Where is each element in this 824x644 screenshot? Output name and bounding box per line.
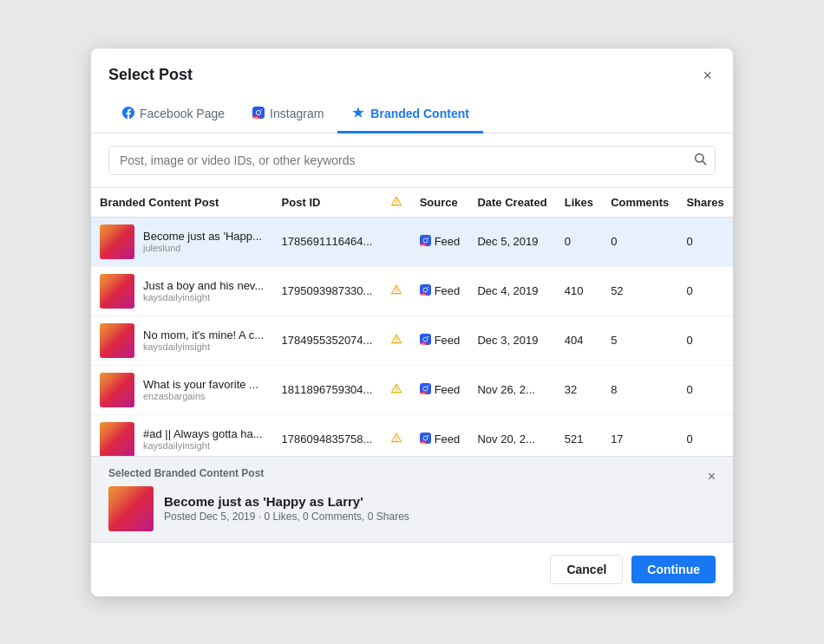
source-icon	[420, 235, 431, 249]
cell-date: Nov 26, 2...	[468, 365, 555, 414]
post-author: enzasbargains	[143, 391, 258, 401]
cell-date: Dec 5, 2019	[468, 217, 555, 266]
cell-comments: 52	[602, 266, 677, 315]
close-selected-button[interactable]: ×	[708, 469, 716, 485]
cell-shares: 0	[677, 365, 733, 414]
cell-source: Feed	[411, 315, 469, 365]
svg-point-16	[428, 385, 428, 386]
branded-icon	[351, 106, 365, 122]
post-info: Become just as 'Happ... juleslund	[143, 230, 262, 253]
source-icon	[420, 433, 431, 446]
cell-likes: 32	[556, 365, 602, 414]
modal-footer: Cancel Continue	[91, 542, 733, 596]
table-row[interactable]: What is your favorite ... enzasbargains …	[91, 365, 733, 414]
col-header-shares: Shares	[677, 188, 733, 218]
post-author: kaysdailyinsight	[143, 440, 263, 451]
modal-overlay: Select Post × Facebook Page Instagram	[0, 0, 824, 644]
post-title: What is your favorite ...	[143, 378, 258, 391]
svg-point-7	[428, 237, 428, 237]
modal-title: Select Post	[108, 66, 193, 84]
col-header-warning	[382, 188, 411, 218]
cancel-button[interactable]: Cancel	[550, 555, 623, 584]
source-label: Feed	[435, 433, 461, 446]
cell-postid: 1795093987330...	[273, 266, 382, 315]
table-row[interactable]: #ad || Always gotta ha... kaysdailyinsig…	[91, 414, 733, 456]
svg-rect-17	[420, 433, 431, 444]
post-author: kaysdailyinsight	[143, 342, 264, 352]
cell-shares: 0	[677, 414, 733, 456]
search-area	[91, 133, 733, 187]
cell-likes: 410	[556, 266, 602, 315]
continue-button[interactable]: Continue	[631, 556, 716, 583]
svg-rect-0	[252, 107, 265, 119]
selected-post-title: Become just as 'Happy as Larry'	[164, 494, 409, 509]
col-header-comments: Comments	[602, 188, 677, 218]
tab-instagram[interactable]: Instagram	[239, 97, 337, 133]
cell-source: Feed	[411, 217, 469, 266]
post-info: #ad || Always gotta ha... kaysdailyinsig…	[143, 427, 263, 451]
cell-date: Dec 3, 2019	[468, 315, 555, 365]
cell-post: #ad || Always gotta ha... kaysdailyinsig…	[91, 414, 273, 456]
tab-facebook[interactable]: Facebook Page	[108, 97, 239, 133]
tab-facebook-label: Facebook Page	[140, 107, 225, 120]
table-row[interactable]: No mom, it's mine! A c... kaysdailyinsig…	[91, 315, 733, 365]
table-row[interactable]: Become just as 'Happ... juleslund 178569…	[91, 217, 733, 266]
cell-date: Dec 4, 2019	[468, 266, 555, 315]
cell-post: No mom, it's mine! A c... kaysdailyinsig…	[91, 315, 273, 365]
selected-post-info: Become just as 'Happy as Larry' Posted D…	[164, 494, 409, 523]
svg-rect-11	[420, 334, 431, 345]
close-button[interactable]: ×	[699, 64, 716, 87]
cell-shares: 0	[677, 217, 733, 266]
svg-point-2	[261, 109, 262, 110]
col-header-postid: Post ID	[273, 188, 382, 218]
instagram-icon	[252, 107, 265, 121]
cell-postid: 1811896759304...	[273, 365, 382, 414]
tabs-container: Facebook Page Instagram Branded Content	[91, 97, 733, 133]
post-thumbnail	[100, 274, 134, 309]
svg-rect-8	[420, 284, 431, 296]
cell-date: Nov 20, 2...	[468, 414, 555, 456]
search-button[interactable]	[693, 152, 707, 169]
search-input[interactable]	[108, 146, 716, 175]
table-row[interactable]: Just a boy and his nev... kaysdailyinsig…	[91, 266, 733, 315]
cell-comments: 5	[602, 315, 677, 365]
col-header-source: Source	[411, 188, 469, 218]
post-thumbnail	[100, 323, 134, 358]
cell-shares: 0	[677, 315, 733, 365]
post-title: Just a boy and his nev...	[143, 279, 264, 292]
cell-comments: 0	[602, 217, 677, 266]
source-label: Feed	[435, 383, 461, 396]
table-container[interactable]: Branded Content Post Post ID Source Date…	[91, 187, 733, 456]
cell-postid: 1785691116464...	[273, 217, 382, 266]
selected-post-meta: Posted Dec 5, 2019 · 0 Likes, 0 Comments…	[164, 511, 409, 523]
cell-likes: 0	[556, 217, 602, 266]
modal: Select Post × Facebook Page Instagram	[91, 49, 733, 596]
post-thumbnail	[100, 373, 134, 407]
table-body: Become just as 'Happ... juleslund 178569…	[91, 217, 733, 456]
svg-point-10	[428, 286, 428, 287]
cell-post: Just a boy and his nev... kaysdailyinsig…	[91, 266, 273, 315]
table-header-row: Branded Content Post Post ID Source Date…	[91, 188, 733, 218]
post-thumbnail	[100, 224, 134, 259]
selected-label: Selected Branded Content Post	[108, 467, 264, 479]
tab-branded[interactable]: Branded Content	[337, 97, 483, 133]
post-info: Just a boy and his nev... kaysdailyinsig…	[143, 279, 264, 302]
selected-section: Selected Branded Content Post × Become j…	[91, 456, 733, 542]
modal-header: Select Post ×	[91, 49, 733, 87]
cell-source: Feed	[411, 414, 469, 456]
svg-point-19	[428, 434, 428, 435]
cell-source: Feed	[411, 365, 469, 414]
cell-comments: 8	[602, 365, 677, 414]
post-title: Become just as 'Happ...	[143, 230, 262, 243]
post-author: juleslund	[143, 243, 262, 253]
svg-rect-5	[420, 235, 431, 246]
cell-warning	[382, 266, 411, 315]
col-header-date: Date Created	[468, 188, 555, 218]
cell-post: Become just as 'Happ... juleslund	[91, 217, 273, 266]
post-title: #ad || Always gotta ha...	[143, 427, 263, 440]
cell-postid: 1786094835758...	[273, 414, 382, 456]
post-title: No mom, it's mine! A c...	[143, 329, 264, 342]
svg-point-13	[428, 335, 428, 336]
cell-shares: 0	[677, 266, 733, 315]
svg-line-4	[703, 161, 706, 165]
